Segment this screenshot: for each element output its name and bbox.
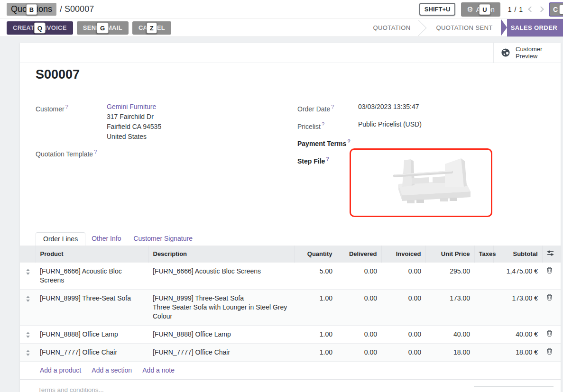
cell-description[interactable]: [FURN_7777] Office Chair	[148, 343, 294, 361]
breadcrumb-separator: /	[60, 4, 62, 14]
field-customer: Customer? Gemini Furniture 317 Fairchild…	[36, 102, 282, 142]
delivered-column-header: Delivered	[337, 246, 381, 262]
cell-delivered[interactable]: 0.00	[337, 289, 381, 325]
optional-columns-header	[542, 246, 561, 262]
order-total: Total: 1,706.00 €	[474, 386, 554, 392]
cell-taxes[interactable]	[474, 289, 493, 325]
delete-row-icon[interactable]	[546, 294, 553, 303]
edge-create-button[interactable]: C	[549, 2, 563, 17]
step-file-3d-model-image	[351, 150, 491, 216]
step-file-preview[interactable]	[350, 148, 492, 217]
cell-taxes[interactable]	[474, 262, 493, 289]
optional-columns-icon[interactable]	[547, 250, 554, 256]
keyboard-hint-action: U	[479, 4, 490, 15]
create-invoice-button[interactable]: CREATE INVOICE Q	[7, 21, 73, 35]
status-step-quotation-sent[interactable]: QUOTATION SENT	[428, 19, 500, 36]
handle-column-header	[20, 246, 36, 262]
cell-delivered[interactable]: 0.00	[337, 262, 381, 289]
tab-order-lines[interactable]: Order Lines	[36, 232, 85, 246]
status-step-quotation[interactable]: QUOTATION	[365, 19, 419, 36]
table-row[interactable]: [FURN_8888] Office Lamp [FURN_8888] Offi…	[20, 325, 561, 343]
cancel-button[interactable]: CANCEL Z	[132, 21, 171, 35]
keyboard-hint-breadcrumb: B	[26, 4, 37, 15]
cell-quantity[interactable]: 1.00	[294, 343, 337, 361]
step-file-label: Step File?	[297, 154, 358, 166]
payment-terms-label: Payment Terms?	[297, 137, 358, 149]
add-a-note-link[interactable]: Add a note	[142, 366, 175, 374]
payment-terms-label-text: Payment Terms	[297, 140, 346, 147]
drag-handle-icon[interactable]	[24, 267, 31, 275]
terms-and-conditions-input[interactable]: Terms and conditions...	[38, 386, 104, 392]
subtotal-column-header: Subtotal	[493, 246, 542, 262]
customer-address-line2: Fairfield CA 94535	[107, 122, 161, 132]
cell-product[interactable]: [FURN_8888] Office Lamp	[36, 325, 148, 343]
cell-description[interactable]: [FURN_8999] Three-Seat Sofa Three Seater…	[148, 289, 294, 325]
breadcrumb: / S00007	[60, 4, 94, 14]
tab-customer-signature[interactable]: Customer Signature	[127, 232, 199, 246]
cell-delivered[interactable]: 0.00	[337, 325, 381, 343]
cell-invoiced[interactable]: 0.00	[381, 262, 425, 289]
help-icon: ?	[322, 121, 324, 127]
customer-preview-button[interactable]: Customer Preview	[493, 43, 561, 63]
delete-row-icon[interactable]	[546, 330, 553, 339]
table-row[interactable]: [FURN_8999] Three-Seat Sofa [FURN_8999] …	[20, 289, 561, 325]
cell-product[interactable]: [FURN_6666] Acoustic Bloc Screens	[36, 262, 148, 289]
customer-preview-line1: Customer	[516, 46, 542, 53]
cell-unit-price[interactable]: 18.00	[425, 343, 474, 361]
drag-handle-icon[interactable]	[24, 294, 31, 302]
breadcrumb-quotations[interactable]: Quotations B	[7, 3, 56, 16]
help-icon: ?	[347, 138, 351, 144]
table-row[interactable]: [FURN_6666] Acoustic Bloc Screens [FURN_…	[20, 262, 561, 289]
delete-row-icon[interactable]	[546, 348, 553, 357]
step-file-label-text: Step File	[297, 157, 325, 165]
cell-description[interactable]: [FURN_6666] Acoustic Bloc Screens	[148, 262, 294, 289]
cell-invoiced[interactable]: 0.00	[381, 325, 425, 343]
cell-taxes[interactable]	[474, 343, 493, 361]
cell-quantity[interactable]: 5.00	[294, 262, 337, 289]
delete-row-icon[interactable]	[546, 267, 553, 276]
cell-invoiced[interactable]: 0.00	[381, 343, 425, 361]
cell-unit-price[interactable]: 173.00	[425, 289, 474, 325]
customer-value: Gemini Furniture 317 Fairchild Dr Fairfi…	[107, 102, 161, 142]
keyboard-hint-edge	[559, 5, 563, 14]
table-row[interactable]: [FURN_7777] Office Chair [FURN_7777] Off…	[20, 343, 561, 361]
tab-other-info[interactable]: Other Info	[85, 232, 127, 246]
field-order-date: Order Date? 03/03/2023 13:35:47	[297, 102, 544, 114]
pricelist-value[interactable]: Public Pricelist (USD)	[358, 119, 422, 132]
drag-handle-icon[interactable]	[24, 348, 31, 356]
cell-unit-price[interactable]: 295.00	[425, 262, 474, 289]
cell-description-note: Three Seater Sofa with Lounger in Steel …	[153, 303, 290, 321]
pager-previous-icon[interactable]	[528, 6, 534, 12]
notebook: Order Lines Other Info Customer Signatur…	[20, 232, 561, 392]
sale-order-form-sheet: Customer Preview S00007 Customer? Gemini…	[20, 43, 561, 392]
status-step-sales-order[interactable]: SALES ORDER	[507, 19, 563, 36]
pager-next-icon[interactable]	[538, 6, 544, 12]
keyboard-hint-cancel: Z	[147, 22, 157, 33]
add-a-product-link[interactable]: Add a product	[40, 366, 81, 374]
cell-invoiced[interactable]: 0.00	[381, 289, 425, 325]
customer-link[interactable]: Gemini Furniture	[107, 102, 161, 112]
record-toolbar: CREATE INVOICE Q SEND EMAIL G CANCEL Z Q…	[0, 19, 563, 37]
gear-icon: ⚙	[467, 6, 473, 13]
top-navigation-bar: Quotations B / S00007 SHIFT+U ⚙ Action U…	[0, 0, 563, 19]
order-date-value[interactable]: 03/03/2023 13:35:47	[358, 102, 419, 114]
cell-unit-price[interactable]: 40.00	[425, 325, 474, 343]
help-icon: ?	[94, 149, 97, 155]
cell-quantity[interactable]: 1.00	[294, 289, 337, 325]
cell-taxes[interactable]	[474, 325, 493, 343]
cell-product[interactable]: [FURN_7777] Office Chair	[36, 343, 148, 361]
order-lines-table: Product Description Quantity Delivered I…	[20, 246, 561, 380]
breadcrumb-record: S00007	[65, 4, 94, 14]
status-pipeline: QUOTATION QUOTATION SENT SALES ORDER	[365, 19, 563, 36]
order-date-label: Order Date?	[297, 102, 358, 114]
cell-product[interactable]: [FURN_8999] Three-Seat Sofa	[36, 289, 148, 325]
fields-left-column: Customer? Gemini Furniture 317 Fairchild…	[36, 102, 282, 164]
cell-delivered[interactable]: 0.00	[337, 343, 381, 361]
drag-handle-icon[interactable]	[24, 330, 31, 338]
send-email-button[interactable]: SEND EMAIL G	[77, 21, 129, 35]
record-pager: 1 / 1	[508, 6, 523, 13]
cell-quantity[interactable]: 1.00	[294, 325, 337, 343]
cell-description[interactable]: [FURN_8888] Office Lamp	[148, 325, 294, 343]
action-menu-button[interactable]: ⚙ Action U	[461, 2, 500, 17]
add-a-section-link[interactable]: Add a section	[92, 366, 132, 374]
